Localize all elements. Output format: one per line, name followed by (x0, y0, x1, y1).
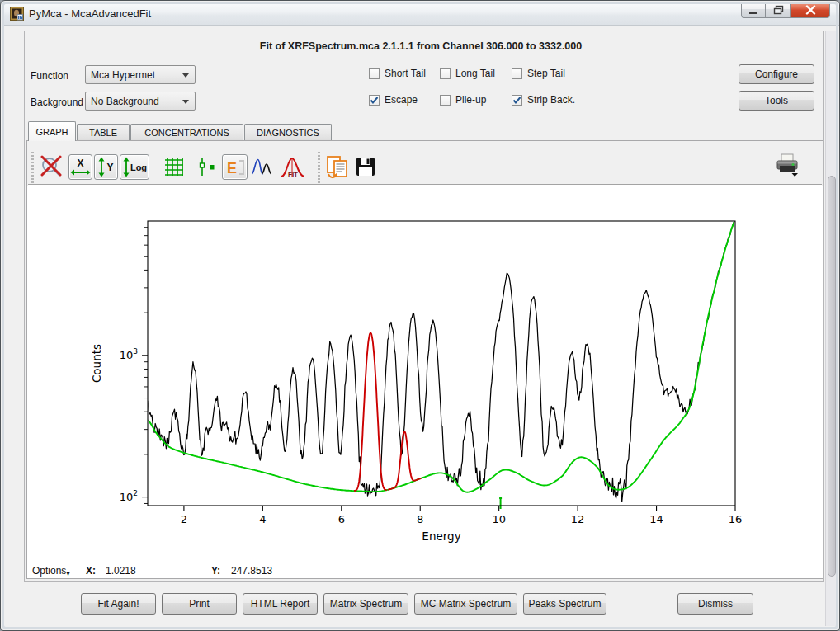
log-toggle-button[interactable]: Log (120, 154, 149, 180)
tab-table[interactable]: TABLE (77, 124, 130, 141)
svg-text:8: 8 (417, 513, 423, 525)
function-label: Function (31, 70, 68, 82)
button-label: MC Matrix Spectrum (421, 598, 511, 610)
vertical-scrollbar[interactable] (825, 31, 837, 626)
checkbox-box (369, 95, 380, 106)
checkbox-label: Strip Back. (527, 94, 575, 106)
energy-axis-icon: E (223, 155, 247, 179)
checkbox-box (369, 68, 380, 79)
minimize-button[interactable] (741, 2, 766, 18)
x-autoscale-button[interactable]: X (68, 154, 92, 180)
svg-text:2: 2 (181, 513, 187, 525)
strip-back-checkbox[interactable]: Strip Back. (512, 94, 575, 106)
fit-again-button[interactable]: Fit Again! (81, 593, 156, 615)
long-tail-checkbox[interactable]: Long Tail (440, 68, 495, 79)
checkbox-box (440, 68, 451, 79)
spectrum-plot[interactable]: 246810121416102103EnergyCounts (79, 197, 757, 555)
grid-toggle-icon[interactable] (163, 156, 185, 177)
peak-markers-icon[interactable] (196, 156, 218, 177)
svg-text:103: 103 (120, 347, 138, 361)
svg-text:6: 6 (338, 513, 345, 525)
svg-text:102: 102 (120, 489, 138, 503)
x-autoscale-icon: X (69, 156, 92, 178)
tab-label: GRAPH (35, 127, 68, 137)
html-report-button[interactable]: HTML Report (243, 593, 318, 615)
svg-text:Counts: Counts (90, 344, 103, 383)
fit-icon[interactable]: FIT (280, 156, 306, 179)
background-label: Background (31, 97, 83, 108)
svg-text:16: 16 (729, 513, 743, 525)
svg-text:4: 4 (259, 513, 266, 525)
checkbox-label: Step Tail (527, 68, 565, 79)
configure-button[interactable]: Configure (739, 64, 814, 84)
svg-text:Log: Log (130, 162, 147, 172)
peaks-spectrum-button[interactable]: Peaks Spectrum (523, 593, 606, 615)
matrix-spectrum-button[interactable]: Matrix Spectrum (323, 593, 408, 615)
svg-text:FIT: FIT (288, 171, 298, 178)
svg-text:Energy: Energy (422, 530, 460, 543)
zoom-reset-icon[interactable] (40, 155, 64, 178)
tools-button[interactable]: Tools (739, 91, 814, 111)
pymca-app-icon (10, 7, 24, 21)
close-button[interactable] (790, 2, 830, 18)
log-toggle-icon: Log (120, 156, 149, 178)
button-label: HTML Report (251, 598, 310, 610)
toolbar-drag-handle[interactable] (318, 152, 320, 183)
tab-label: CONCENTRATIONS (144, 128, 229, 138)
background-dropdown[interactable]: No Background (85, 92, 196, 111)
fit-display-icon[interactable] (251, 157, 272, 177)
window-title: PyMca - McaAdvancedFit (29, 7, 151, 20)
checkbox-box (512, 95, 522, 106)
print-button[interactable]: Print (162, 593, 237, 615)
chevron-down-icon (182, 100, 189, 104)
toolbar-drag-handle[interactable] (31, 152, 34, 183)
minimize-icon (748, 5, 758, 15)
svg-text:10: 10 (492, 513, 506, 525)
copy-report-icon[interactable] (326, 155, 351, 180)
pymca-advanced-fit-window: PyMca - McaAdvancedFit Fit of XRFSpectru… (0, 0, 840, 631)
tab-concentrations[interactable]: CONCENTRATIONS (130, 124, 243, 141)
checkbox-label: Long Tail (455, 68, 495, 79)
save-icon[interactable] (356, 157, 375, 177)
tools-button-label: Tools (765, 95, 788, 106)
options-menu[interactable]: Options▾ (32, 565, 70, 577)
button-label: Print (189, 598, 210, 610)
svg-text:Y: Y (106, 162, 113, 173)
tab-label: DIAGNOSTICS (257, 128, 319, 138)
options-dropdown-arrow-icon: ▾ (66, 569, 70, 577)
escape-checkbox[interactable]: Escape (369, 94, 418, 106)
options-label: Options (32, 565, 66, 577)
pileup-checkbox[interactable]: Pile-up (440, 94, 486, 106)
svg-text:X: X (77, 158, 83, 169)
restore-button[interactable] (766, 2, 790, 18)
button-label: Fit Again! (97, 598, 139, 610)
checkbox-label: Short Tail (385, 68, 426, 79)
cursor-y-value: 247.8513 (231, 565, 272, 577)
button-label: Dismiss (698, 598, 733, 610)
svg-text:14: 14 (649, 513, 663, 525)
configure-button-label: Configure (755, 68, 798, 80)
close-icon (805, 5, 816, 15)
tab-diagnostics[interactable]: DIAGNOSTICS (244, 124, 332, 141)
cursor-y-label: Y: (211, 565, 220, 577)
print-icon[interactable] (775, 153, 800, 178)
tab-graph[interactable]: GRAPH (28, 121, 76, 141)
mc-matrix-spectrum-button[interactable]: MC Matrix Spectrum (414, 593, 517, 615)
fit-header-text: Fit of XRFSpectrum.mca 2.1.1.1 from Chan… (26, 40, 816, 52)
step-tail-checkbox[interactable]: Step Tail (512, 68, 565, 79)
scrollbar-thumb[interactable] (828, 176, 836, 577)
energy-axis-button[interactable]: E (222, 154, 248, 180)
title-bar[interactable]: PyMca - McaAdvancedFit (2, 2, 840, 26)
cursor-x-value: 1.0218 (106, 565, 136, 577)
short-tail-checkbox[interactable]: Short Tail (369, 68, 426, 79)
y-autoscale-icon: Y (95, 156, 117, 178)
function-value: Mca Hypermet (91, 69, 155, 81)
svg-text:12: 12 (571, 513, 585, 525)
function-dropdown[interactable]: Mca Hypermet (85, 65, 196, 84)
cursor-x-label: X: (86, 565, 96, 577)
footer-button-row: Fit Again! Print HTML Report Matrix Spec… (1, 593, 840, 615)
dismiss-button[interactable]: Dismiss (677, 593, 753, 615)
checkbox-label: Escape (385, 94, 418, 106)
checkbox-box (440, 95, 451, 106)
y-autoscale-button[interactable]: Y (94, 154, 118, 180)
